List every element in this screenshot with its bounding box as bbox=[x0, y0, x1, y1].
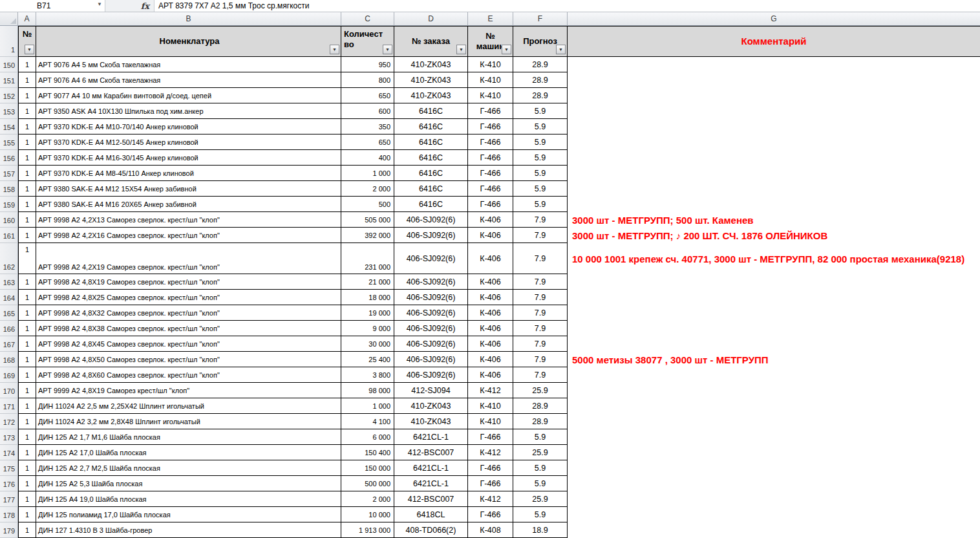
cell-G165[interactable] bbox=[568, 305, 980, 321]
row-header-166[interactable]: 166 bbox=[0, 321, 18, 336]
cell-D173[interactable]: 6421CL-1 bbox=[394, 429, 468, 445]
cell-B159[interactable]: АРТ 9380 SAK-E А4 М16 20Х65 Анкер забивн… bbox=[36, 197, 341, 212]
cell-G156[interactable] bbox=[568, 150, 980, 166]
cell-F155[interactable]: 5.9 bbox=[513, 134, 568, 150]
row-header-176[interactable]: 176 bbox=[0, 476, 18, 491]
cell-D154[interactable]: 6416C bbox=[394, 119, 468, 134]
name-box[interactable]: B71 ▼ bbox=[0, 0, 105, 12]
row-header-158[interactable]: 158 bbox=[0, 181, 18, 197]
row-header-1[interactable]: 1 bbox=[0, 26, 18, 57]
cell-A179[interactable]: 1 bbox=[18, 522, 36, 538]
cell-B151[interactable]: АРТ 9076 А4 6 мм Скоба такелажная bbox=[36, 72, 341, 88]
row-header-155[interactable]: 155 bbox=[0, 134, 18, 150]
filter-dropdown-icon-F[interactable]: ▼ bbox=[556, 45, 566, 54]
filter-dropdown-icon-C[interactable]: ▼ bbox=[383, 45, 392, 54]
cell-B172[interactable]: ДИН 11024 А2 3,2 мм 2,8Х48 Шплинт игольч… bbox=[36, 414, 341, 429]
row-header-170[interactable]: 170 bbox=[0, 383, 18, 398]
cell-D174[interactable]: 412-BSC007 bbox=[394, 445, 468, 460]
filter-dropdown-icon-D[interactable]: ▼ bbox=[456, 45, 466, 54]
cell-F177[interactable]: 25.9 bbox=[513, 491, 568, 507]
cell-B168[interactable]: АРТ 9998 А2 4,8Х50 Саморез сверлок. крес… bbox=[36, 352, 341, 367]
cell-C171[interactable]: 1 000 bbox=[341, 398, 394, 414]
row-header-164[interactable]: 164 bbox=[0, 290, 18, 305]
cell-E169[interactable]: К-406 bbox=[468, 367, 513, 383]
cell-F163[interactable]: 7.9 bbox=[513, 274, 568, 290]
row-header-177[interactable]: 177 bbox=[0, 491, 18, 507]
cell-F154[interactable]: 5.9 bbox=[513, 119, 568, 134]
cell-F168[interactable]: 7.9 bbox=[513, 352, 568, 367]
column-header-F[interactable]: F bbox=[513, 12, 568, 25]
column-header-G[interactable]: G bbox=[568, 12, 980, 25]
cell-E166[interactable]: К-406 bbox=[468, 321, 513, 336]
cell-E155[interactable]: Г-466 bbox=[468, 134, 513, 150]
cell-E174[interactable]: К-412 bbox=[468, 445, 513, 460]
cell-B153[interactable]: АРТ 9350 ASK А4 10Х130 Шпилька под хим.а… bbox=[36, 103, 341, 119]
cell-A172[interactable]: 1 bbox=[18, 414, 36, 429]
cell-A158[interactable]: 1 bbox=[18, 181, 36, 197]
cell-G178[interactable] bbox=[568, 507, 980, 522]
cell-G163[interactable] bbox=[568, 274, 980, 290]
cell-E163[interactable]: К-406 bbox=[468, 274, 513, 290]
cell-G159[interactable] bbox=[568, 197, 980, 212]
cell-C170[interactable]: 98 000 bbox=[341, 383, 394, 398]
cell-A163[interactable]: 1 bbox=[18, 274, 36, 290]
cell-C162[interactable]: 231 000 bbox=[341, 243, 394, 274]
filter-dropdown-icon-B[interactable]: ▼ bbox=[330, 45, 339, 54]
cell-F158[interactable]: 5.9 bbox=[513, 181, 568, 197]
cell-G166[interactable] bbox=[568, 321, 980, 336]
row-header-156[interactable]: 156 bbox=[0, 150, 18, 166]
cell-C150[interactable]: 950 bbox=[341, 57, 394, 72]
row-header-175[interactable]: 175 bbox=[0, 460, 18, 476]
column-header-A[interactable]: A bbox=[18, 12, 36, 25]
formula-input[interactable]: АРТ 8379 7X7 А2 1,5 мм Трос ср.мягкости bbox=[154, 0, 980, 12]
cell-D179[interactable]: 408-TD066(2) bbox=[394, 522, 468, 538]
header-cell-D[interactable]: № заказа▼ bbox=[394, 26, 468, 57]
row-header-173[interactable]: 173 bbox=[0, 429, 18, 445]
cell-D158[interactable]: 6416C bbox=[394, 181, 468, 197]
cell-A156[interactable]: 1 bbox=[18, 150, 36, 166]
cell-D172[interactable]: 410-ZK043 bbox=[394, 414, 468, 429]
cell-F161[interactable]: 7.9 bbox=[513, 228, 568, 243]
cell-C153[interactable]: 600 bbox=[341, 103, 394, 119]
cell-G161[interactable]: 3000 шт - МЕТГРУПП; ♪ 200 ШТ. СЧ. 1876 О… bbox=[568, 228, 980, 243]
cell-C158[interactable]: 2 000 bbox=[341, 181, 394, 197]
cell-E168[interactable]: К-406 bbox=[468, 352, 513, 367]
cell-E151[interactable]: К-410 bbox=[468, 72, 513, 88]
cell-A151[interactable]: 1 bbox=[18, 72, 36, 88]
cell-C169[interactable]: 3 800 bbox=[341, 367, 394, 383]
cell-E167[interactable]: К-406 bbox=[468, 336, 513, 352]
cell-B179[interactable]: ДИН 127 1.4310 В 3 Шайба-гровер bbox=[36, 522, 341, 538]
cell-G152[interactable] bbox=[568, 88, 980, 103]
cell-C177[interactable]: 2 000 bbox=[341, 491, 394, 507]
cell-F172[interactable]: 28.9 bbox=[513, 414, 568, 429]
cell-A152[interactable]: 1 bbox=[18, 88, 36, 103]
cell-D152[interactable]: 410-ZK043 bbox=[394, 88, 468, 103]
row-header-163[interactable]: 163 bbox=[0, 274, 18, 290]
cell-A164[interactable]: 1 bbox=[18, 290, 36, 305]
cell-D159[interactable]: 6416C bbox=[394, 197, 468, 212]
cell-A177[interactable]: 1 bbox=[18, 491, 36, 507]
row-header-171[interactable]: 171 bbox=[0, 398, 18, 414]
header-cell-F[interactable]: Прогноз▼ bbox=[513, 26, 568, 57]
cell-D166[interactable]: 406-SJ092(6) bbox=[394, 321, 468, 336]
cell-D156[interactable]: 6416C bbox=[394, 150, 468, 166]
cell-A173[interactable]: 1 bbox=[18, 429, 36, 445]
cell-D157[interactable]: 6416C bbox=[394, 166, 468, 181]
cell-A155[interactable]: 1 bbox=[18, 134, 36, 150]
cell-D151[interactable]: 410-ZK043 bbox=[394, 72, 468, 88]
column-header-D[interactable]: D bbox=[394, 12, 468, 25]
cell-G173[interactable] bbox=[568, 429, 980, 445]
cell-A165[interactable]: 1 bbox=[18, 305, 36, 321]
cell-D162[interactable]: 406-SJ092(6) bbox=[394, 243, 468, 274]
cell-E161[interactable]: К-406 bbox=[468, 228, 513, 243]
cell-A178[interactable]: 1 bbox=[18, 507, 36, 522]
cell-D168[interactable]: 406-SJ092(6) bbox=[394, 352, 468, 367]
cell-A162[interactable]: 1 bbox=[18, 243, 36, 274]
cell-C157[interactable]: 1 000 bbox=[341, 166, 394, 181]
row-header-162[interactable]: 162 bbox=[0, 243, 18, 274]
cell-B174[interactable]: ДИН 125 А2 17,0 Шайба плоская bbox=[36, 445, 341, 460]
filter-dropdown-icon-A[interactable]: ▼ bbox=[25, 45, 34, 54]
cell-B178[interactable]: ДИН 125 полиамид 17,0 Шайба плоская bbox=[36, 507, 341, 522]
row-header-150[interactable]: 150 bbox=[0, 57, 18, 72]
row-header-152[interactable]: 152 bbox=[0, 88, 18, 103]
